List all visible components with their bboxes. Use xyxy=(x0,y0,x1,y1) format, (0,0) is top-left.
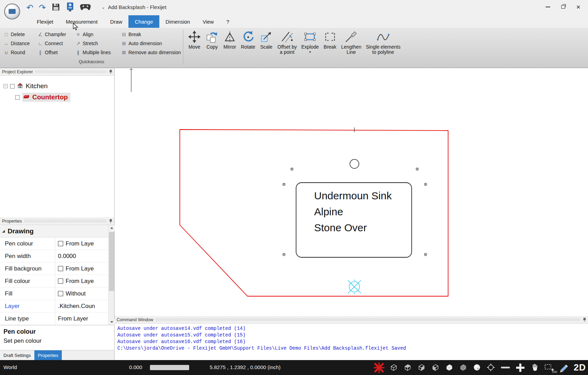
scrollbar-thumb[interactable] xyxy=(109,232,114,291)
sink-label-line-3: Stone Over xyxy=(314,222,367,233)
pin-icon[interactable] xyxy=(109,219,113,224)
redo-icon[interactable]: ↷ xyxy=(39,3,46,12)
save-icon[interactable] xyxy=(51,2,60,13)
pen-colour-value[interactable]: From Laye xyxy=(55,238,114,250)
tab-view[interactable]: View xyxy=(196,15,220,28)
fill-swatch[interactable] xyxy=(58,291,63,296)
fill-background-value[interactable]: From Laye xyxy=(55,262,114,275)
command-window-header: Command Window xyxy=(115,316,588,324)
countertop-selection[interactable]: Countertop xyxy=(22,93,70,102)
view-cube-front-icon[interactable] xyxy=(389,363,398,372)
explode-button[interactable]: Explode ▾ xyxy=(300,30,320,55)
tree-item-countertop[interactable]: Countertop xyxy=(3,92,114,103)
coordinate-system-label[interactable]: World xyxy=(3,364,17,370)
solid-cube-icon[interactable] xyxy=(459,363,468,372)
lengthen-line-button[interactable]: LengthenLine xyxy=(340,30,362,56)
pan-hand-icon[interactable] xyxy=(530,363,539,372)
rotate-button[interactable]: Rotate xyxy=(240,30,256,50)
command-window-title: Command Window xyxy=(117,317,153,322)
break-large-button[interactable]: Break xyxy=(322,30,338,50)
scroll-down-button[interactable] xyxy=(109,319,115,325)
selection-marquee-icon[interactable]: SW xyxy=(544,363,554,372)
offset-button[interactable]: ∥Offset xyxy=(37,48,73,57)
undo-icon[interactable]: ↶ xyxy=(26,3,33,12)
move-button[interactable]: Move xyxy=(187,30,202,50)
fill-colour-label: Fill colour xyxy=(0,278,55,285)
customize-toolbar-chevron-icon[interactable]: ⌄ xyxy=(101,5,105,10)
round-button[interactable]: ∪Round xyxy=(3,48,35,57)
gamepad-icon[interactable] xyxy=(80,3,91,12)
tab-draw[interactable]: Draw xyxy=(104,15,128,28)
reference-point-symbol[interactable] xyxy=(348,280,361,294)
delete-button[interactable]: □Delete xyxy=(3,30,35,39)
break-small-button[interactable]: ⊟Break xyxy=(120,30,183,39)
pin-icon[interactable] xyxy=(582,317,587,322)
mirror-button[interactable]: Mirror xyxy=(222,30,237,50)
view-cube-top-icon[interactable] xyxy=(403,363,412,372)
properties-scrollbar[interactable] xyxy=(108,225,114,325)
rotate-icon xyxy=(242,30,255,43)
delete-measurement-icon[interactable] xyxy=(373,362,385,373)
tab-flexijet[interactable]: Flexijet xyxy=(31,15,60,28)
collapse-icon[interactable]: − xyxy=(3,84,8,88)
pen-colour-swatch[interactable] xyxy=(58,241,63,246)
multiple-lines-button[interactable]: ∦Multiple lines xyxy=(75,48,119,57)
crosshair-plus-icon[interactable] xyxy=(515,362,526,373)
tab-measurement[interactable]: Measurement xyxy=(60,15,104,28)
champfer-button[interactable]: ∠Champfer xyxy=(37,30,73,39)
fill-colour-swatch[interactable] xyxy=(58,278,63,284)
layer-label[interactable]: Layer xyxy=(0,303,55,310)
quickaccess-group-label: Quickaccess xyxy=(3,59,180,64)
connect-button[interactable]: ∟Connect xyxy=(37,39,73,48)
explode-dropdown-arrow-icon[interactable]: ▾ xyxy=(309,50,311,54)
scroll-up-button[interactable] xyxy=(109,225,115,231)
orbit-icon[interactable] xyxy=(486,363,496,372)
layer-value[interactable]: .Kitchen.Coun xyxy=(55,300,114,312)
shaded-cube-icon[interactable] xyxy=(445,363,454,372)
kitchen-checkbox[interactable] xyxy=(10,84,15,89)
mode-2d-label[interactable]: 2D xyxy=(574,362,586,373)
fill-background-swatch[interactable] xyxy=(58,266,63,271)
single-elements-to-polyline-button[interactable]: Single elementsto polyline xyxy=(365,30,402,56)
copy-button[interactable]: Copy xyxy=(204,30,220,50)
distance-button[interactable]: ↔Distance xyxy=(3,39,35,48)
copy-label: Copy xyxy=(207,44,218,50)
tree-item-kitchen[interactable]: − Kitchen xyxy=(3,81,114,92)
tab-help[interactable]: ? xyxy=(220,15,235,28)
offset-by-point-button[interactable]: Offset bya point xyxy=(276,30,298,56)
command-window: Command Window Autosave under autosave14… xyxy=(115,316,588,360)
drawing-view[interactable]: Undermoun Sink Alpine Stone Over xyxy=(115,68,588,316)
fill-background-label: Fill backgroun xyxy=(0,265,55,272)
sphere-view-icon[interactable] xyxy=(472,363,482,372)
fill-value[interactable]: Without xyxy=(55,288,114,300)
faucet-hole[interactable] xyxy=(350,159,359,168)
drawing-section-header[interactable]: Drawing xyxy=(0,225,114,238)
progress-bar xyxy=(150,365,189,370)
pen-width-value[interactable]: 0.0000 xyxy=(55,250,114,262)
stretch-button[interactable]: ↗Stretch xyxy=(75,39,119,48)
line-type-value[interactable]: From Layer xyxy=(55,312,114,325)
scale-button[interactable]: Scale xyxy=(259,30,274,50)
auto-dimension-button[interactable]: ⊞Auto dimension xyxy=(120,39,183,48)
countertop-checkbox[interactable] xyxy=(15,95,20,100)
fill-colour-value[interactable]: From Laye xyxy=(55,275,114,287)
pin-icon[interactable] xyxy=(109,69,113,74)
drawing-canvas[interactable]: Undermoun Sink Alpine Stone Over xyxy=(115,68,588,316)
tab-dimension[interactable]: Dimension xyxy=(159,15,196,28)
maximize-button[interactable] xyxy=(555,1,571,13)
flexijet-device-icon[interactable] xyxy=(66,2,74,13)
construction-line[interactable] xyxy=(129,68,133,92)
tab-draft-settings[interactable]: Draft Settings xyxy=(0,350,34,360)
command-output[interactable]: Autosave under autosave14.vdf completed … xyxy=(115,324,588,352)
view-cube-iso-icon[interactable] xyxy=(431,363,440,372)
line-width-icon[interactable] xyxy=(500,363,511,372)
multiple-lines-icon: ∦ xyxy=(75,50,81,55)
close-button[interactable]: × xyxy=(571,1,586,13)
align-button[interactable]: ≡Align xyxy=(75,30,119,39)
minimize-button[interactable] xyxy=(540,1,555,13)
view-cube-side-icon[interactable] xyxy=(417,363,426,372)
draft-pencil-icon[interactable] xyxy=(559,362,569,373)
remove-auto-dimension-button[interactable]: ⊠Remove auto dimension xyxy=(120,48,183,57)
tab-properties[interactable]: Properties xyxy=(34,350,62,360)
tab-change[interactable]: Change xyxy=(128,15,159,28)
